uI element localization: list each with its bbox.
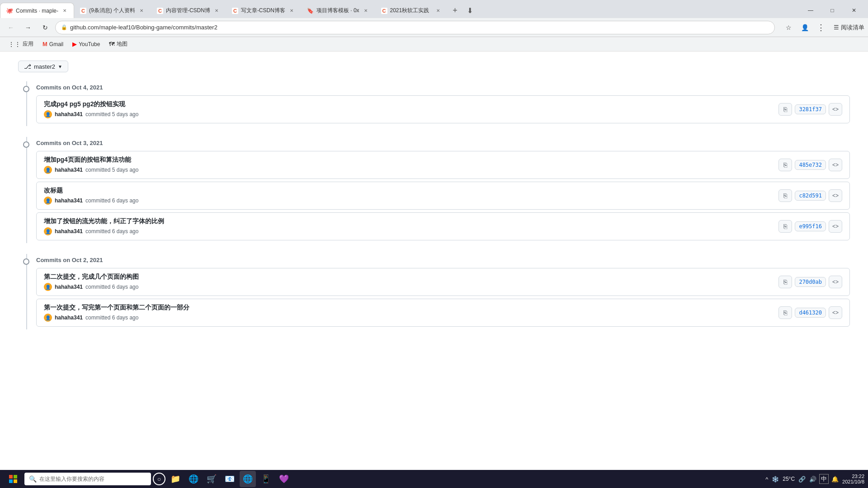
commit-hash-link[interactable]: 485e732: [795, 160, 826, 170]
commit-item: 增加了按钮的流光功能，纠正了字体的比例👤hahaha341committed 6…: [36, 212, 850, 240]
timeline-dot: [23, 258, 29, 265]
taskbar-search-bar[interactable]: 🔍 在这里输入你要搜索的内容: [24, 473, 151, 485]
bookmark-gmail[interactable]: M Gmail: [39, 38, 67, 50]
language-icon[interactable]: 中: [819, 474, 829, 484]
reading-list-icon: ☰: [834, 24, 839, 31]
taskbar-vs-icon[interactable]: 💜: [276, 471, 292, 487]
address-bar[interactable]: 🔒 github.com/maple-leaf10/Bobing-game/co…: [55, 21, 775, 34]
browse-code-button[interactable]: <>: [829, 159, 842, 171]
browse-code-button[interactable]: <>: [829, 276, 842, 288]
svg-rect-1: [14, 475, 17, 479]
copy-hash-button[interactable]: ⎘: [778, 306, 792, 319]
taskbar-file-explorer[interactable]: 📁: [167, 471, 184, 487]
network-icon[interactable]: 🔗: [797, 475, 807, 483]
date-header-2: Commits on Oct 2, 2021: [36, 254, 850, 263]
taskbar-circle-button[interactable]: ○: [153, 473, 165, 485]
commit-time: committed 6 days ago: [85, 314, 138, 321]
taskbar-store-icon[interactable]: 🛒: [203, 471, 220, 487]
tab-csdn3[interactable]: C 写文章-CSDN博客 ✕: [226, 3, 301, 18]
commit-hash-link[interactable]: d461320: [795, 308, 826, 318]
back-button[interactable]: ←: [4, 20, 18, 35]
browse-code-button[interactable]: <>: [829, 220, 842, 233]
commit-item: 改标题👤hahaha341committed 6 days ago⎘c82d59…: [36, 182, 850, 210]
commit-message[interactable]: 改标题: [44, 187, 771, 195]
commit-avatar: 👤: [44, 314, 52, 322]
tab2-close[interactable]: ✕: [138, 7, 145, 14]
copy-hash-button[interactable]: ⎘: [778, 103, 792, 116]
tab3-close[interactable]: ✕: [213, 7, 220, 14]
forward-button[interactable]: →: [21, 20, 35, 35]
weather-icon: ❄️: [771, 475, 780, 483]
commit-time: committed 6 days ago: [85, 197, 138, 204]
taskbar-mail-icon[interactable]: 📧: [222, 471, 238, 487]
bookmark-youtube[interactable]: ▶ YouTube: [69, 38, 104, 50]
page-content: ⎇ master2 ▼ Commits on Oct 4, 2021完成pg4 …: [0, 52, 868, 470]
tab-project[interactable]: 🔖 项目博客模板 · 0x ✕: [301, 3, 375, 18]
copy-hash-button[interactable]: ⎘: [778, 159, 792, 171]
commit-message[interactable]: 增加了按钮的流光功能，纠正了字体的比例: [44, 217, 771, 225]
start-button[interactable]: [4, 470, 23, 488]
search-placeholder: 在这里输入你要搜索的内容: [39, 475, 104, 483]
tab4-close[interactable]: ✕: [288, 7, 295, 14]
commit-message[interactable]: 完成pg4 pg5 pg2的按钮实现: [44, 100, 771, 108]
tab2-title: (9条消息) 个人资料: [89, 7, 135, 14]
tab1-favicon: 🐙: [6, 7, 13, 14]
commit-hash-link[interactable]: 3281f37: [795, 104, 826, 114]
commit-author: hahaha341: [55, 167, 83, 173]
commit-hash-link[interactable]: c82d591: [795, 191, 826, 201]
minimize-button[interactable]: —: [800, 3, 821, 18]
tab5-close[interactable]: ✕: [362, 7, 369, 14]
commit-message[interactable]: 第一次提交，写完第一个页面和第二个页面的一部分: [44, 304, 771, 312]
notification-icon[interactable]: 🔔: [830, 475, 840, 483]
commit-avatar: 👤: [44, 166, 52, 174]
copy-hash-button[interactable]: ⎘: [778, 220, 792, 233]
tab-csdn2[interactable]: C 内容管理-CSDN博 ✕: [151, 3, 226, 18]
bookmark-maps[interactable]: 🗺 地图: [105, 38, 131, 50]
commit-group-0: Commits on Oct 4, 2021完成pg4 pg5 pg2的按钮实现…: [18, 81, 850, 126]
temperature-label: 25°C: [782, 475, 796, 483]
new-tab-button[interactable]: +: [448, 3, 463, 18]
commit-avatar: 👤: [44, 110, 52, 118]
bookmark-star-icon[interactable]: ☆: [781, 20, 796, 35]
tab6-close[interactable]: ✕: [434, 7, 442, 14]
taskbar-phone-icon[interactable]: 📱: [258, 471, 274, 487]
bookmark-apps[interactable]: ⋮⋮ 应用: [5, 38, 37, 50]
maximize-button[interactable]: □: [822, 3, 843, 18]
reading-list-button[interactable]: ☰ 阅读清单: [834, 23, 864, 32]
tab-csdn1[interactable]: C (9条消息) 个人资料 ✕: [74, 3, 151, 18]
copy-hash-button[interactable]: ⎘: [778, 276, 792, 288]
branch-name: master2: [34, 63, 55, 70]
commit-message[interactable]: 第二次提交，完成几个页面的构图: [44, 273, 771, 281]
close-button[interactable]: ✕: [844, 3, 864, 18]
tab-commits[interactable]: 🐙 Commits · maple- ✕: [0, 3, 74, 18]
browse-code-button[interactable]: <>: [829, 306, 842, 319]
caret-icon[interactable]: ^: [764, 475, 769, 483]
taskbar-chrome-icon[interactable]: 🌐: [240, 471, 256, 487]
browse-code-button[interactable]: <>: [829, 189, 842, 202]
tab-csdn4[interactable]: C 2021秋软工实践 ✕: [375, 3, 448, 18]
taskbar: 🔍 在这里输入你要搜索的内容 ○ 📁 🌐 🛒 📧 🌐 📱 💜 ^ ❄️ 25°C…: [0, 470, 868, 488]
menu-icon[interactable]: ⋮: [814, 20, 828, 35]
commit-author: hahaha341: [55, 284, 83, 290]
tab5-title: 项目博客模板 · 0x: [316, 7, 359, 14]
browse-code-button[interactable]: <>: [829, 103, 842, 116]
commit-message[interactable]: 增加pg4页面的按钮和算法功能: [44, 156, 771, 164]
download-icon[interactable]: ⬇: [463, 3, 477, 18]
commit-hash-link[interactable]: e995f16: [795, 221, 826, 231]
commit-item: 增加pg4页面的按钮和算法功能👤hahaha341committed 5 day…: [36, 151, 850, 179]
tab1-close[interactable]: ✕: [61, 7, 68, 14]
tab4-title: 写文章-CSDN博客: [241, 7, 285, 14]
apps-label: 应用: [23, 40, 33, 48]
copy-hash-button[interactable]: ⎘: [778, 189, 792, 202]
gmail-icon: M: [42, 41, 47, 47]
branch-selector[interactable]: ⎇ master2 ▼: [18, 61, 68, 72]
taskbar-edge-icon[interactable]: 🌐: [185, 471, 202, 487]
commit-author: hahaha341: [55, 228, 83, 235]
tab3-favicon: C: [157, 8, 163, 14]
user-profile-icon[interactable]: 👤: [797, 20, 812, 35]
commit-hash-link[interactable]: 270d0ab: [795, 277, 826, 287]
commit-group-2: Commits on Oct 2, 2021第二次提交，完成几个页面的构图👤ha…: [18, 254, 850, 329]
system-tray: ^ ❄️ 25°C 🔗 🔊 中 🔔: [764, 474, 840, 484]
speaker-icon[interactable]: 🔊: [808, 475, 817, 483]
refresh-button[interactable]: ↻: [38, 20, 52, 35]
